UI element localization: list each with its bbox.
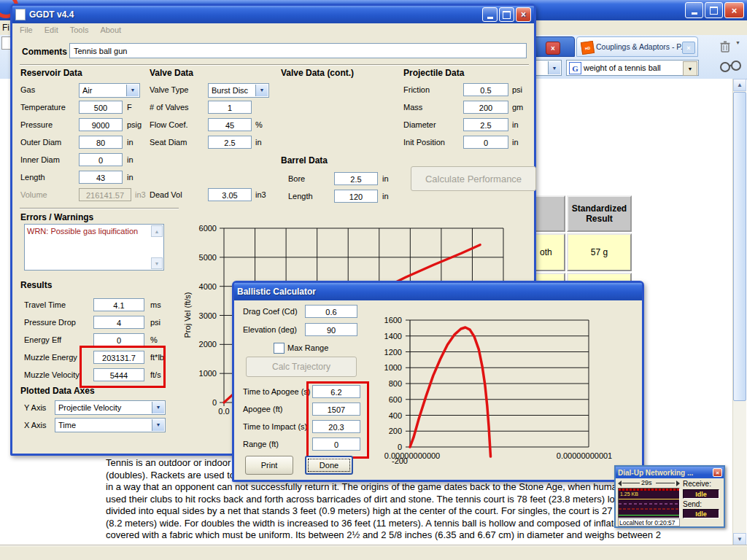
results-title: Results — [20, 280, 52, 290]
x-axis-label: X Axis — [24, 421, 47, 429]
drag-coef-input[interactable]: 0.6 — [305, 305, 357, 318]
bore-input[interactable]: 2.5 — [334, 172, 378, 185]
calc-trajectory-button[interactable]: Calc Trajectory — [246, 357, 357, 377]
ggdt-minimize-button[interactable] — [482, 7, 498, 22]
browser-menu-file-fragment[interactable]: Fi — [2, 23, 9, 33]
tab-close-button-active[interactable]: × — [546, 42, 560, 55]
travel-time-label: Travel Time — [24, 300, 66, 309]
temperature-label: Temperature — [20, 103, 66, 112]
num-valves-input[interactable]: 1 — [208, 101, 252, 114]
comments-input[interactable]: Tennis ball gun — [69, 43, 527, 58]
flow-coef-label: Flow Coef. — [150, 120, 188, 129]
trash-menu-caret-icon[interactable]: ▼ — [735, 40, 740, 45]
barrel-length-label: Length — [288, 192, 313, 201]
mass-unit: gm — [512, 103, 523, 112]
article-line: (8.2 meters) wide. For doubles the width… — [106, 518, 682, 530]
ballistic-titlebar[interactable]: Ballistic Calculator — [234, 283, 642, 300]
y-axis-combo[interactable]: Projectile Velocity ▼ — [55, 400, 166, 415]
table-header-text: Standardized Result — [570, 203, 629, 224]
screen: × Fi × HD Couplings & Adaptors - P... × — [0, 0, 747, 560]
num-valves-label: # of Valves — [150, 103, 189, 112]
done-button[interactable]: Done — [305, 456, 353, 475]
tab-close-button[interactable]: × — [682, 42, 695, 54]
browser-minimize-button[interactable] — [685, 2, 703, 18]
ggdt-app-icon — [15, 9, 26, 20]
mass-input[interactable]: 200 — [463, 101, 508, 114]
barrel-length-input[interactable]: 120 — [334, 190, 378, 203]
send-label: Send: — [683, 500, 702, 508]
timeline-right-arrow-icon[interactable] — [676, 481, 680, 486]
elevation-input[interactable]: 90 — [305, 323, 357, 336]
seat-diam-input[interactable]: 2.5 — [208, 136, 252, 149]
timeline-ruler[interactable]: 29s — [618, 480, 680, 487]
flow-coef-input[interactable]: 45 — [208, 118, 252, 131]
v-scrollbar[interactable]: ▲ ▼ — [732, 79, 746, 545]
dialup-titlebar[interactable]: Dial-Up Networking ... × — [616, 467, 724, 478]
dialup-close-button[interactable]: × — [713, 468, 722, 477]
chevron-down-icon[interactable]: ▼ — [255, 85, 268, 96]
projectile-title: Projectile Data — [403, 68, 464, 78]
tab-couplings[interactable]: HD Couplings & Adaptors - P... × — [576, 36, 698, 57]
temperature-input[interactable]: 500 — [79, 101, 123, 114]
menu-tools[interactable]: Tools — [70, 26, 89, 38]
seat-diam-label: Seat Diam — [150, 138, 187, 147]
menu-edit[interactable]: Edit — [44, 26, 58, 38]
table-cell-row1-value: 57 g — [567, 233, 632, 271]
ggdt-titlebar[interactable]: GGDT v4.4 × — [12, 6, 534, 23]
outer-diam-input[interactable]: 80 — [79, 136, 123, 149]
x-axis-combo[interactable]: Time ▼ — [55, 418, 166, 432]
gas-combo[interactable]: Air ▼ — [79, 83, 140, 98]
max-range-label: Max Range — [287, 343, 328, 352]
ggdt-maximize-button[interactable] — [499, 7, 514, 22]
svg-text:1200: 1200 — [384, 348, 402, 357]
chevron-down-icon[interactable]: ▼ — [152, 419, 164, 431]
inner-diam-input[interactable]: 0 — [79, 153, 123, 166]
scroll-down-button[interactable]: ▼ — [733, 533, 746, 545]
max-range-checkbox[interactable] — [274, 343, 285, 354]
search-dropdown-arrow[interactable]: ▼ — [683, 61, 697, 76]
highlight-glasses-icon[interactable] — [718, 57, 743, 76]
trajectory-chart: -200020040060080010001200140016000.00000… — [365, 305, 643, 476]
scroll-thumb[interactable] — [733, 92, 746, 401]
dead-vol-input[interactable]: 3.05 — [208, 188, 252, 201]
friction-input[interactable]: 0.5 — [463, 83, 508, 96]
browser-close-button[interactable]: × — [724, 2, 744, 18]
menu-file[interactable]: File — [20, 26, 33, 38]
print-button[interactable]: Print — [245, 456, 293, 475]
svg-text:1400: 1400 — [384, 332, 402, 341]
svg-text:800: 800 — [389, 379, 402, 388]
chevron-down-icon[interactable]: ▼ — [126, 85, 139, 96]
mass-label: Mass — [403, 103, 422, 112]
warnings-scroll-down[interactable]: ▼ — [151, 257, 163, 269]
address-combo-arrow-icon[interactable]: ▼ — [548, 61, 560, 74]
barrel-title: Barrel Data — [281, 155, 328, 166]
ggdt-close-button[interactable]: × — [516, 7, 531, 22]
trash-icon[interactable] — [718, 39, 732, 54]
timeline-left-arrow-icon[interactable] — [618, 481, 622, 486]
google-search-box[interactable]: G weight of a tennis ball ▼ — [566, 60, 699, 76]
warnings-box[interactable]: WRN: Possible gas liquification ▲ ▼ — [24, 224, 164, 271]
diameter-input[interactable]: 2.5 — [463, 118, 508, 131]
muzzle-velocity-label: Muzzle Velocity — [24, 370, 80, 379]
search-value[interactable]: weight of a tennis ball — [584, 63, 661, 72]
pressure-input[interactable]: 9000 — [79, 118, 123, 131]
svg-text:6000: 6000 — [199, 224, 217, 233]
valve-cont-title: Valve Data (cont.) — [281, 68, 354, 78]
scroll-up-button[interactable]: ▲ — [733, 79, 746, 91]
valve-type-combo[interactable]: Burst Disc ▼ — [208, 83, 269, 98]
status-bar — [0, 545, 747, 560]
calculate-performance-button[interactable]: Calculate Performance — [411, 166, 536, 191]
elevation-label: Elevation (deg) — [243, 325, 297, 334]
browser-restore-button[interactable] — [705, 2, 723, 18]
y-axis-label: Y Axis — [24, 403, 46, 412]
drag-coef-label: Drag Coef (Cd) — [243, 307, 298, 316]
menu-about[interactable]: About — [100, 26, 121, 38]
length-input[interactable]: 43 — [79, 171, 123, 184]
dead-vol-unit: in3 — [255, 190, 266, 199]
chevron-down-icon[interactable]: ▼ — [152, 402, 164, 413]
bore-unit: in — [382, 174, 389, 183]
dialup-title: Dial-Up Networking ... — [618, 469, 693, 477]
travel-time-unit: ms — [150, 300, 161, 309]
init-position-input[interactable]: 0 — [463, 136, 508, 149]
warnings-scroll-up[interactable]: ▲ — [151, 225, 163, 237]
